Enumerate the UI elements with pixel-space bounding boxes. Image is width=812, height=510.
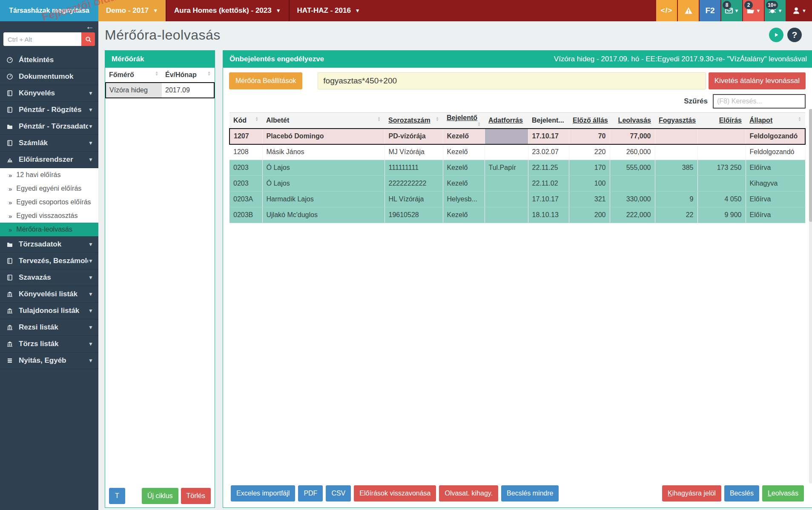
f2-button[interactable]: F2: [700, 0, 720, 21]
leolvasas-button-post: eolvasás: [772, 490, 798, 497]
col-header-sorozatszam-label: Sorozatszám: [388, 117, 430, 124]
table-row[interactable]: 0203Ó Lajos111111111KezelőTul.Papír22.11…: [230, 160, 805, 176]
sidebar-item-konyvelesi-listak[interactable]: Könyvelési listák▼: [0, 286, 98, 303]
sidebar-item-12-havi-eloiras[interactable]: »12 havi előírás: [0, 168, 98, 182]
cell-bejelentes: 17.10.17: [528, 192, 569, 207]
book-icon: [6, 258, 13, 264]
table-row[interactable]: 1208Másik JánosMJ VízórájaKezelő23.02.07…: [230, 144, 805, 160]
sidebar-item-konyveles[interactable]: Könyvelés▼: [0, 85, 98, 102]
sidebar-search-input[interactable]: [3, 32, 81, 46]
sidebar-item-meroora-leolvasas[interactable]: »Mérőóra-leolvasás: [0, 223, 98, 236]
user-menu-button[interactable]: ▼: [786, 0, 812, 21]
col-header-sorozatszam[interactable]: Sorozatszám▲▼: [384, 113, 443, 129]
table-row[interactable]: 0203BUjlakó Mc'duglos19610528Kezelő18.10…: [230, 207, 805, 223]
tab-aura-homes-label: Aura Homes (kettősk) - 2023: [174, 6, 272, 15]
cell-kod: 0203B: [230, 207, 262, 223]
cell-elozo-allas: 70: [569, 129, 610, 144]
col-header-kod[interactable]: Kód▲▼: [230, 113, 262, 129]
col-header-leolvasas[interactable]: Leolvasás: [610, 113, 655, 129]
layers-icon: [4, 357, 15, 364]
code-button[interactable]: </>: [656, 0, 677, 21]
olvasat-kihagy-button-pre: Olvasat. kihagy.: [445, 490, 493, 497]
sidebar-item-egyedi-visszaosztas[interactable]: »Egyedi visszaosztás: [0, 209, 98, 223]
cell-leolvasas: [610, 176, 655, 192]
search-button[interactable]: [81, 32, 95, 46]
filter-input[interactable]: [713, 94, 806, 109]
tab-demo-2017[interactable]: Demo - 2017▼: [98, 0, 166, 21]
messages-button[interactable]: ▼8: [721, 0, 742, 21]
sidebar-item-torzs-listak[interactable]: Törzs listák▼: [0, 336, 98, 352]
cell-eloiras: 9 900: [697, 207, 746, 223]
leolvasas-button[interactable]: Leolvasás: [762, 485, 804, 501]
table-row[interactable]: 0203Ó Lajos2222222222Kezelő22.11.02100Ki…: [230, 176, 805, 192]
eloirasok-visszavonasa-button[interactable]: Előírások visszavonása: [354, 485, 436, 501]
sidebar-item-nyitas-egyeb[interactable]: Nyitás, Egyéb▼: [0, 352, 98, 369]
cell-albetet: Másik János: [262, 144, 384, 160]
sort-arrows-icon: ▲▼: [207, 71, 211, 76]
sidebar-item-penztar-rogzites[interactable]: Pénztár - Rögzítés▼: [0, 102, 98, 118]
col-header-elozo-allas[interactable]: Előző állás: [569, 113, 610, 129]
submenu-arrow-icon: »: [9, 185, 12, 192]
sidebar-item-egyedi-csoportos-eloiras[interactable]: »Egyedi csoportos előírás: [0, 195, 98, 209]
delete-button[interactable]: Törlés: [181, 488, 211, 504]
kivetes-button[interactable]: Kivetés átalány levonással: [709, 72, 806, 89]
tab-hat-haz[interactable]: HAT-HAZ - 2016▼: [289, 0, 368, 21]
sidebar-item-tulajdonosi-listak[interactable]: Tulajdonosi listák▼: [0, 303, 98, 319]
meter-settings-button[interactable]: Mérőóra Beállítások: [229, 72, 302, 89]
meters-col-1-label: Év/Hónap: [165, 71, 197, 78]
t-button[interactable]: T: [109, 488, 125, 504]
sidebar-item-dokumentumok[interactable]: Dokumentumok: [0, 69, 98, 85]
table-row[interactable]: 0203AHarmadik LajosHL VízórájaHelyesb...…: [230, 192, 805, 207]
sidebar-item-eloirasrendszer[interactable]: Előírásrendszer▼: [0, 152, 98, 168]
meters-col-1[interactable]: Év/Hónap▲▼: [162, 68, 214, 83]
olvasat-kihagy-button[interactable]: Olvasat. kihagy.: [439, 485, 498, 501]
becsles-button-pre: Becslés: [730, 490, 754, 497]
bugs-button[interactable]: ▼10+: [765, 0, 786, 21]
warning-button[interactable]: [678, 0, 699, 21]
kihagyasra-jelol-button-key: K: [668, 490, 672, 497]
becsles-mindre-button[interactable]: Becslés mindre: [501, 485, 559, 501]
tab-aura-homes[interactable]: Aura Homes (kettősk) - 2023▼: [166, 0, 289, 21]
sidebar-item-12-havi-eloiras-label: 12 havi előírás: [16, 171, 60, 179]
layers-icon: [6, 357, 13, 364]
sidebar-item-szavazas[interactable]: Szavazás▼: [0, 269, 98, 286]
csv-button[interactable]: CSV: [326, 485, 351, 501]
col-header-kod-label: Kód: [233, 117, 247, 124]
col-header-bejelento[interactable]: Bejelentő▲▼: [443, 113, 485, 129]
sidebar-item-szavazas-label: Szavazás: [19, 273, 88, 282]
sidebar-item-szamlak[interactable]: Számlák▼: [0, 135, 98, 152]
meters-col-0[interactable]: Főmérő▲▼: [106, 68, 162, 83]
run-button[interactable]: [769, 28, 783, 42]
pdf-button[interactable]: PDF: [298, 485, 323, 501]
col-header-adatforras[interactable]: Adatforrás: [485, 113, 528, 129]
col-header-fogyasztas[interactable]: Fogyasztás: [655, 113, 697, 129]
sidebar-item-tervezes-beszamolo[interactable]: Tervezés, Beszámoló▼: [0, 253, 98, 269]
meter-row[interactable]: Vízóra hideg2017.09: [106, 83, 214, 98]
col-header-albetet[interactable]: Albetét▲▼: [262, 113, 384, 129]
table-scrollbar-thumb[interactable]: [809, 109, 812, 222]
bugs-button-badge: 10+: [766, 1, 778, 9]
open-condos-button[interactable]: Társasházak megnyitása: [0, 0, 98, 21]
sidebar-item-attekintes[interactable]: Áttekintés: [0, 52, 98, 69]
formula-input[interactable]: [318, 72, 706, 89]
excel-import-button[interactable]: Exceles importfájl: [231, 485, 295, 501]
sidebar-collapse-icon[interactable]: ←: [86, 22, 94, 31]
sidebar-item-rezsi-listak[interactable]: Rezsi listák▼: [0, 319, 98, 336]
col-header-allapot[interactable]: Állapot▲▼: [746, 113, 805, 129]
col-header-eloiras[interactable]: Előírás: [697, 113, 746, 129]
sidebar-item-egyedi-egyeni-eloiras[interactable]: »Egyedi egyéni előírás: [0, 182, 98, 195]
table-row[interactable]: 1207Placebó DomingoPD-vízórájaKezelő17.1…: [230, 129, 805, 144]
inbox-button-badge: 2: [744, 1, 753, 9]
inbox-button[interactable]: ▼2: [743, 0, 764, 21]
main-panel-body: Mérőóra Beállítások Kivetés átalány levo…: [223, 68, 812, 507]
sidebar-item-torzsadatok-label: Törzsadatok: [19, 240, 88, 249]
app-window: Társasházak megnyitása Demo - 2017▼Aura …: [0, 0, 812, 510]
new-cycle-button[interactable]: Új ciklus: [142, 488, 178, 504]
sidebar-item-torzsadatok[interactable]: Törzsadatok▼: [0, 236, 98, 253]
help-button[interactable]: ?: [787, 28, 802, 42]
cell-fogyasztas: [655, 144, 697, 160]
kihagyasra-jelol-button[interactable]: Kihagyásra jelöl: [662, 485, 721, 501]
cell-eloiras: [697, 129, 746, 144]
becsles-button[interactable]: Becslés: [724, 485, 759, 501]
sidebar-item-penztar-torzsadatok[interactable]: Pénztár - Törzsadatok▼: [0, 118, 98, 135]
